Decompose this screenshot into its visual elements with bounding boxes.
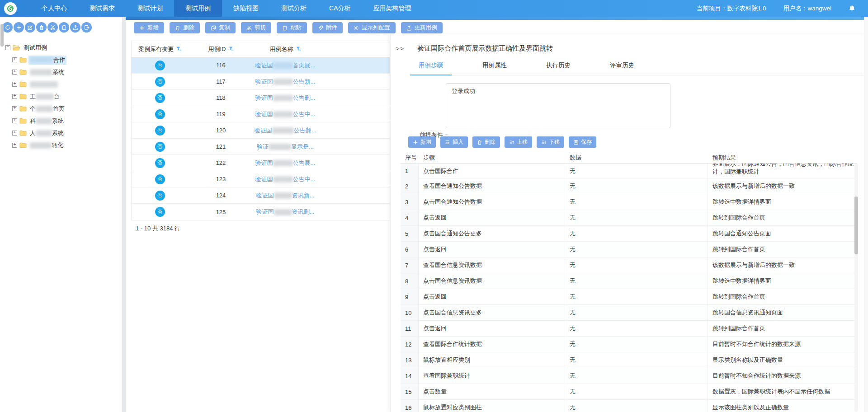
step-row-12[interactable]: 12 查看国际合作统计数据 无 目前暂时不知合作统计的数据来源 <box>401 337 857 352</box>
expand-icon[interactable]: + <box>12 57 17 62</box>
expand-icon[interactable]: + <box>12 118 17 123</box>
step-row-9[interactable]: 9 点击返回 无 跳转到国际合作首页 <box>401 289 857 305</box>
add-step-button[interactable]: 新增 <box>408 136 436 148</box>
import-icon[interactable] <box>70 22 80 33</box>
case-name-link[interactable]: 验证国公告展... <box>255 159 316 166</box>
refresh-icon[interactable] <box>2 22 13 33</box>
expand-icon[interactable]: + <box>12 143 17 148</box>
nav-item-defect-view[interactable]: 缺陷视图 <box>222 0 270 17</box>
nav-menu: 个人中心 测试需求 测试计划 测试用例 缺陷视图 测试分析 CA分析 应用架构管… <box>30 0 422 17</box>
tab-execution-history[interactable]: 执行历史 <box>546 60 571 75</box>
case-row-116[interactable]: 否 116 验证国首页展... <box>132 57 390 74</box>
step-row-2[interactable]: 2 查看国合通知公告数据 无 该数据展示与新增后的数据一致 <box>401 178 857 194</box>
add-icon[interactable] <box>14 22 24 33</box>
add-case-button[interactable]: 新增 <box>134 22 164 33</box>
case-row-118[interactable]: 否 118 验证国公告删... <box>132 90 390 106</box>
copy-case-button[interactable]: 复制 <box>205 22 236 33</box>
case-row-121[interactable]: 否 121 验证显示是... <box>132 139 390 155</box>
case-row-123[interactable]: 否 123 验证国公告中... <box>132 171 390 187</box>
case-name-link[interactable]: 验证国公告新... <box>255 78 316 85</box>
step-row-3[interactable]: 3 点击国合通知公告数据 无 跳转选中数据详情界面 <box>401 194 857 210</box>
case-name-link[interactable]: 验证国资讯删... <box>256 208 315 215</box>
nav-item-test-plan[interactable]: 测试计划 <box>126 0 174 17</box>
case-name-link[interactable]: 验证国资讯新... <box>256 192 315 199</box>
column-config-button[interactable]: 显示列配置 <box>348 22 396 33</box>
case-name-link[interactable]: 验证国公告翻... <box>255 127 316 134</box>
collapse-panel-button[interactable]: >> <box>396 45 405 52</box>
case-row-120[interactable]: 否 120 验证国公告翻... <box>132 122 390 139</box>
step-row-11[interactable]: 11 点击返回 无 跳转到国际合作首页 <box>401 321 857 337</box>
paste-case-button[interactable]: 粘贴 <box>277 22 307 33</box>
precondition-textarea[interactable]: 登录成功 <box>446 83 670 128</box>
case-row-122[interactable]: 否 122 验证国公告展... <box>132 155 390 171</box>
tree-root-test-cases[interactable]: − 测试用例 <box>0 42 122 54</box>
collapse-expander-icon[interactable]: − <box>5 45 10 50</box>
step-row-14[interactable]: 14 查看国际兼职统计 无 目前暂时不知合作统计的数据来源 <box>401 368 857 384</box>
tab-case-properties[interactable]: 用例属性 <box>482 60 507 75</box>
steps-scrollbar[interactable] <box>854 164 858 412</box>
steps-scrollbar-thumb[interactable] <box>854 197 858 254</box>
step-row-6[interactable]: 6 点击返回 无 跳转到国际合作首页 <box>401 242 857 258</box>
delete-case-button[interactable]: 删除 <box>170 22 200 33</box>
nav-item-personal-center[interactable]: 个人中心 <box>30 0 78 17</box>
step-row-10[interactable]: 10 点击国合信息资讯更多 无 跳转国合信息资讯通知页面 <box>401 305 857 321</box>
edit-icon[interactable] <box>25 22 35 33</box>
nav-item-ca-analysis[interactable]: CA分析 <box>318 0 362 17</box>
move-up-button[interactable]: 上移 <box>505 136 532 148</box>
case-name-link[interactable]: 验证国首页展... <box>255 62 316 69</box>
case-row-125[interactable]: 否 125 验证国资讯删... <box>132 204 390 220</box>
step-row-8[interactable]: 8 点击国合信息资讯数据 无 跳转选中数据详情界面 <box>401 273 857 289</box>
tree-item-system-3[interactable]: + 人 系统 <box>0 127 122 139</box>
case-name-link[interactable]: 验证国公告中... <box>255 176 316 183</box>
tab-case-steps[interactable]: 用例步骤 <box>418 60 443 75</box>
step-row-15[interactable]: 15 点击数量 无 数据置灰，国际兼职统计表内不显示任何数据 <box>401 384 857 400</box>
expand-icon[interactable]: + <box>12 82 17 87</box>
step-row-7[interactable]: 7 查看国合信息资讯数据 无 该数据展示与新增后的数据一致 <box>401 258 857 273</box>
case-name-link[interactable]: 验证显示是... <box>257 143 314 150</box>
expand-icon[interactable]: + <box>12 94 17 99</box>
window-scrollbar-thumb[interactable] <box>0 24 4 47</box>
tree-item-cooperation[interactable]: + 合作 <box>0 54 122 66</box>
move-down-button[interactable]: 下移 <box>537 136 564 148</box>
case-row-117[interactable]: 否 117 验证国公告新... <box>132 74 390 90</box>
step-row-13[interactable]: 13 鼠标放置相应类别 无 显示类别名称以及正确数量 <box>401 352 857 368</box>
tree-item-platform[interactable]: + 工 台 <box>0 90 122 103</box>
case-row-124[interactable]: 否 124 验证国资讯新... <box>132 187 390 204</box>
step-row-1[interactable]: 1 点击国际合作 无 界面展示：国际通知公告，国合信息资讯，国际合作统计，国际兼… <box>401 164 857 178</box>
update-case-button[interactable]: 更新用例 <box>401 22 443 33</box>
export-icon[interactable] <box>81 22 92 33</box>
filter-icon[interactable] <box>296 47 301 52</box>
tree-item-system-1[interactable]: + 系统 <box>0 66 122 78</box>
delete-icon[interactable] <box>36 22 47 33</box>
delete-step-button[interactable]: 删除 <box>472 136 500 148</box>
step-row-5[interactable]: 5 点击国合通知公告更多 无 跳转国合通知公告页面 <box>401 226 857 242</box>
case-name-link[interactable]: 验证国公告中... <box>255 111 316 117</box>
expand-icon[interactable]: + <box>12 106 17 111</box>
tree-item-system-2[interactable]: + 科 系统 <box>0 115 122 127</box>
nav-item-test-cases[interactable]: 测试用例 <box>174 0 222 17</box>
expand-icon[interactable]: + <box>12 70 17 75</box>
step-row-4[interactable]: 4 点击返回 无 跳转到国际合作首页 <box>401 210 857 226</box>
expand-icon[interactable]: + <box>12 131 17 136</box>
tree-item-transformation[interactable]: + 转化 <box>0 139 122 151</box>
cut-case-button[interactable]: 剪切 <box>241 22 271 33</box>
tree-item-homepage[interactable]: + 个 首页 <box>0 103 122 115</box>
case-row-119[interactable]: 否 119 验证国公告中... <box>132 106 390 122</box>
notification-bell-icon[interactable] <box>849 5 855 12</box>
attachment-button[interactable]: 附件 <box>312 22 343 33</box>
save-steps-button[interactable]: 保存 <box>569 136 596 148</box>
navbar-accent-strip <box>126 17 868 20</box>
paste-icon[interactable] <box>59 22 69 33</box>
cut-icon[interactable] <box>47 22 58 33</box>
insert-step-button[interactable]: 插入 <box>440 136 468 148</box>
filter-icon[interactable] <box>176 47 181 52</box>
nav-item-app-architecture[interactable]: 应用架构管理 <box>362 0 422 17</box>
tab-review-history[interactable]: 评审历史 <box>609 60 635 75</box>
tree-item-redacted[interactable]: + <box>0 78 122 90</box>
nav-item-test-analysis[interactable]: 测试分析 <box>270 0 318 17</box>
step-row-16[interactable]: 16 鼠标放置对应类别图柱 无 显示该图柱类别以及正确数量 <box>401 400 857 412</box>
filter-icon[interactable] <box>229 47 234 52</box>
window-scrollbar[interactable] <box>864 17 868 412</box>
case-name-link[interactable]: 验证国公告删... <box>255 94 316 101</box>
nav-item-test-requirements[interactable]: 测试需求 <box>78 0 126 17</box>
